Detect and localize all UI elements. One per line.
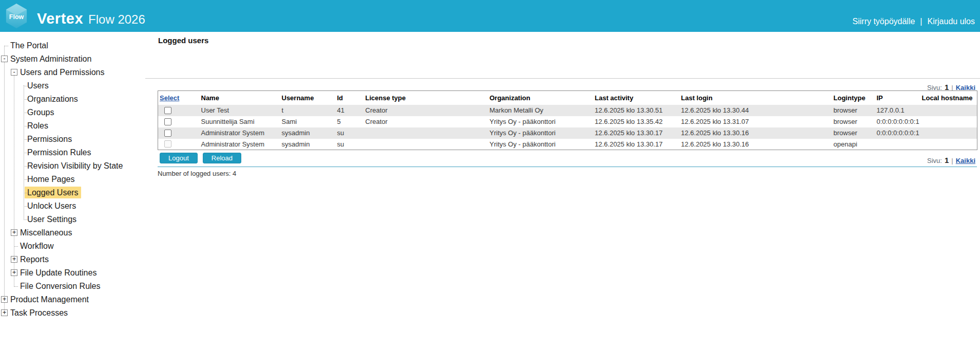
cell-last-login: 12.6.2025 klo 13.30.16 bbox=[680, 139, 832, 150]
cell-organization: Yritys Oy - pääkonttori bbox=[488, 127, 593, 139]
cell-logintype: browser bbox=[832, 116, 875, 127]
column-id: Id bbox=[336, 91, 364, 105]
expand-icon[interactable]: + bbox=[11, 256, 17, 263]
column-license-type: License type bbox=[364, 91, 488, 105]
row-select-checkbox-disabled bbox=[164, 140, 171, 148]
navigation-tree: The Portal - System Administration - Use… bbox=[0, 32, 145, 348]
header-link-separator: | bbox=[920, 17, 922, 26]
cell-logintype: browser bbox=[832, 105, 875, 116]
go-to-desktop-link[interactable]: Siirry työpöydälle bbox=[853, 17, 915, 26]
collapse-icon[interactable]: - bbox=[1, 56, 8, 62]
expand-icon[interactable]: + bbox=[1, 309, 8, 316]
cell-hostname bbox=[920, 139, 977, 150]
current-page-number: 1 bbox=[945, 156, 949, 164]
cell-organization: Yritys Oy - pääkonttori bbox=[488, 139, 593, 150]
sidebar-item-reports[interactable]: + Reports bbox=[0, 253, 145, 266]
show-all-link[interactable]: Kaikki bbox=[956, 157, 975, 164]
sidebar-item-logged-users[interactable]: Logged Users bbox=[0, 186, 145, 199]
row-select-checkbox[interactable] bbox=[164, 107, 171, 114]
logout-button[interactable]: Logout bbox=[160, 153, 198, 163]
cell-license bbox=[364, 127, 488, 139]
cell-name: Administrator System bbox=[200, 127, 280, 139]
column-logintype: Logintype bbox=[832, 91, 875, 105]
table-row: User Test t 41 Creator Markon Metalli Oy… bbox=[158, 105, 977, 116]
column-select: Select bbox=[158, 91, 200, 105]
brand-name: Vertex bbox=[37, 10, 83, 27]
logout-link[interactable]: Kirjaudu ulos bbox=[928, 17, 975, 26]
cell-last-login: 12.6.2025 klo 13.30.44 bbox=[680, 105, 832, 116]
tree-branch bbox=[4, 46, 8, 46]
sidebar-item-groups[interactable]: Groups bbox=[0, 106, 145, 119]
sidebar-item-file-update-routines[interactable]: + File Update Routines bbox=[0, 266, 145, 280]
reload-button[interactable]: Reload bbox=[203, 153, 241, 163]
app-header: Flow Vertex Flow 2026 Siirry työpöydälle… bbox=[0, 0, 980, 32]
collapse-icon[interactable]: - bbox=[11, 69, 17, 76]
cell-name: Suunnittelija Sami bbox=[200, 116, 280, 127]
cell-ip: 127.0.0.1 bbox=[875, 105, 920, 116]
row-select-checkbox[interactable] bbox=[164, 118, 171, 125]
sidebar-item-revision-visibility-by-state[interactable]: Revision Visibility by State bbox=[0, 159, 145, 173]
cell-hostname bbox=[920, 116, 977, 127]
sidebar-item-file-conversion-rules[interactable]: File Conversion Rules bbox=[0, 280, 145, 293]
toolbar-divider bbox=[145, 78, 980, 79]
cell-license bbox=[364, 139, 488, 150]
cell-last-activity: 12.6.2025 klo 13.30.51 bbox=[593, 105, 680, 116]
flow-logo[interactable]: Flow bbox=[5, 3, 28, 29]
table-header-row: Select Name Username Id License type Org… bbox=[158, 91, 977, 105]
logged-users-count: Number of logged users: 4 bbox=[158, 170, 236, 177]
select-all-link[interactable]: Select bbox=[160, 94, 179, 102]
page-title: Logged users bbox=[158, 36, 208, 45]
column-name: Name bbox=[200, 91, 280, 105]
cell-ip: 0:0:0:0:0:0:0:1 bbox=[875, 116, 920, 127]
sidebar-item-product-management[interactable]: + Product Management bbox=[0, 293, 145, 306]
logged-users-table: Select Name Username Id License type Org… bbox=[158, 90, 977, 150]
cell-name: User Test bbox=[200, 105, 280, 116]
sidebar-item-system-administration[interactable]: - System Administration bbox=[0, 52, 145, 66]
expand-icon[interactable]: + bbox=[1, 296, 8, 303]
tree-branch bbox=[24, 86, 27, 86]
cell-username: t bbox=[280, 105, 336, 116]
column-last-login: Last login bbox=[680, 91, 832, 105]
cell-id: 5 bbox=[336, 116, 364, 127]
pagination-bottom: Sivu: 1 | Kaikki bbox=[927, 156, 975, 164]
sidebar-item-unlock-users[interactable]: Unlock Users bbox=[0, 199, 145, 213]
tree-branch bbox=[14, 286, 18, 287]
cell-last-activity: 12.6.2025 klo 13.35.42 bbox=[593, 116, 680, 127]
tree-branch bbox=[24, 126, 27, 126]
cell-username: sysadmin bbox=[280, 139, 336, 150]
table-row: Suunnittelija Sami Sami 5 Creator Yritys… bbox=[158, 116, 977, 127]
cell-hostname bbox=[920, 105, 977, 116]
expand-icon[interactable]: + bbox=[11, 229, 17, 236]
sidebar-item-users[interactable]: Users bbox=[0, 79, 145, 93]
table-row: Administrator System sysadmin su Yritys … bbox=[158, 127, 977, 139]
sidebar-item-permissions[interactable]: Permissions bbox=[0, 133, 145, 146]
brand-title: Vertex Flow 2026 bbox=[37, 10, 145, 27]
cell-last-login: 12.6.2025 klo 13.30.16 bbox=[680, 127, 832, 139]
sidebar-item-organizations[interactable]: Organizations bbox=[0, 93, 145, 106]
cell-id: su bbox=[336, 127, 364, 139]
cell-hostname bbox=[920, 127, 977, 139]
tree-branch bbox=[24, 193, 27, 193]
sidebar-item-home-pages[interactable]: Home Pages bbox=[0, 173, 145, 186]
cell-last-activity: 12.6.2025 klo 13.30.17 bbox=[593, 127, 680, 139]
expand-icon[interactable]: + bbox=[11, 269, 17, 276]
sidebar-item-task-processes[interactable]: + Task Processes bbox=[0, 306, 145, 320]
column-local-hostname: Local hostname bbox=[920, 91, 977, 105]
tree-branch bbox=[24, 206, 27, 207]
sidebar-item-workflow[interactable]: Workflow bbox=[0, 240, 145, 253]
sidebar-item-the-portal[interactable]: The Portal bbox=[0, 39, 145, 52]
sidebar-item-user-settings[interactable]: User Settings bbox=[0, 213, 145, 226]
cell-username: sysadmin bbox=[280, 127, 336, 139]
tree-branch bbox=[24, 219, 27, 220]
cell-license: Creator bbox=[364, 116, 488, 127]
sidebar-item-roles[interactable]: Roles bbox=[0, 119, 145, 133]
sidebar-item-miscellaneous[interactable]: + Miscellaneous bbox=[0, 226, 145, 240]
page-label: Sivu: bbox=[927, 157, 942, 164]
sidebar-item-permission-rules[interactable]: Permission Rules bbox=[0, 146, 145, 159]
cell-last-login: 12.6.2025 klo 13.31.07 bbox=[680, 116, 832, 127]
cell-ip: 0:0:0:0:0:0:0:1 bbox=[875, 127, 920, 139]
tree-branch bbox=[24, 153, 27, 153]
row-select-checkbox[interactable] bbox=[164, 130, 171, 137]
sidebar-item-users-and-permissions[interactable]: - Users and Permissions bbox=[0, 66, 145, 79]
footer-divider bbox=[158, 167, 977, 167]
